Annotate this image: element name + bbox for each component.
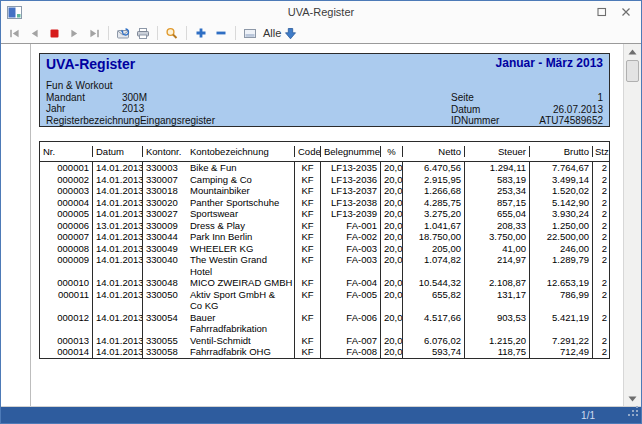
first-page-button[interactable]: [5, 25, 23, 42]
cell-nr: 000007: [40, 231, 93, 243]
header-datum: Datum: [93, 146, 143, 157]
cell-code: KF: [295, 185, 321, 197]
cell-konto: 330055Ventil-Schmidt: [143, 335, 295, 347]
vertical-scrollbar[interactable]: [624, 44, 641, 406]
cell-datum: 14.01.2013: [93, 197, 143, 209]
window-title: UVA-Register: [1, 6, 641, 18]
meta-datum: Datum26.07.2013: [451, 104, 603, 116]
cell-netto: 4.517,66: [403, 312, 465, 335]
cell-kontonr: 330044: [146, 231, 190, 243]
zoom-out-button[interactable]: [212, 25, 230, 42]
close-icon: [621, 7, 631, 17]
cell-prozent: 20,00: [381, 220, 403, 232]
cell-stz: 2: [593, 231, 609, 243]
load-all-pages-button[interactable]: Alle: [261, 25, 299, 42]
cell-netto: 1.041,67: [403, 220, 465, 232]
cell-steuer: 253,34: [465, 185, 530, 197]
scroll-up-button[interactable]: [624, 44, 641, 59]
cell-prozent: 20,00: [381, 254, 403, 277]
table-row: 00000814.01.2013330049WHEELER KGKFFA-003…: [40, 243, 609, 255]
cell-prozent: 20,00: [381, 208, 403, 220]
cell-stz: 2: [593, 174, 609, 186]
last-page-button[interactable]: [85, 25, 103, 42]
cell-prozent: 20,00: [381, 335, 403, 347]
resize-grip[interactable]: [628, 403, 639, 421]
cell-belegnummer: FA-007: [321, 335, 381, 347]
table-row: 00001214.01.2013330054Bauer Fahrradfabri…: [40, 312, 609, 335]
cell-stz: 2: [593, 346, 609, 358]
table-row: 00000613.01.2013330009Dress & PlayKFFA-0…: [40, 220, 609, 232]
scroll-down-icon: [628, 396, 637, 402]
cell-stz: 2: [593, 185, 609, 197]
stop-button[interactable]: [45, 25, 63, 42]
cell-konto: 330027Sportswear: [143, 208, 295, 220]
meta-idnummer: IDNummerATU74589652: [451, 115, 603, 127]
cell-kontonr: 330007: [146, 174, 190, 186]
cell-brutto: 7.291,22: [530, 335, 593, 347]
table-row: 00000514.01.2013330027SportswearKFLF13-2…: [40, 208, 609, 220]
print-button[interactable]: [134, 25, 152, 42]
cell-prozent: 20,00: [381, 289, 403, 312]
cell-brutto: 12.653,19: [530, 277, 593, 289]
cell-nr: 000010: [40, 277, 93, 289]
cell-kontonr: 330048: [146, 277, 190, 289]
cell-netto: 655,82: [403, 289, 465, 312]
cell-konto: 330009Dress & Play: [143, 220, 295, 232]
scrollbar-thumb[interactable]: [626, 60, 639, 82]
zoom-in-button[interactable]: [192, 25, 210, 42]
page-view-icon: [243, 27, 257, 40]
cell-belegnummer: LF13-2039: [321, 208, 381, 220]
cell-code: KF: [295, 289, 321, 312]
send-mail-button[interactable]: [114, 25, 132, 42]
cell-kontonr: 330027: [146, 208, 190, 220]
cell-konto: 330044Park Inn Berlin: [143, 231, 295, 243]
cell-belegnummer: FA-006: [321, 312, 381, 335]
cell-nr: 000002: [40, 174, 93, 186]
zoom-button[interactable]: [163, 25, 181, 42]
next-page-icon: [68, 27, 81, 40]
cell-netto: 6.076,02: [403, 335, 465, 347]
meta-registerbezeichnung: RegisterbezeichnungEingangsregister: [46, 115, 215, 127]
close-button[interactable]: [617, 4, 635, 20]
cell-kontobezeichnung: Bike & Fun: [190, 162, 236, 174]
table-row: 00000714.01.2013330044Park Inn BerlinKFF…: [40, 231, 609, 243]
page-view-button[interactable]: [241, 25, 259, 42]
cell-datum: 14.01.2013: [93, 243, 143, 255]
cell-kontonr: 330040: [146, 254, 190, 266]
cell-code: KF: [295, 243, 321, 255]
titlebar: UVA-Register: [1, 1, 641, 23]
cell-belegnummer: FA-005: [321, 289, 381, 312]
cell-datum: 14.01.2013: [93, 289, 143, 312]
cell-brutto: 1.250,00: [530, 220, 593, 232]
cell-kontonr: 330020: [146, 197, 190, 209]
cell-datum: 14.01.2013: [93, 312, 143, 335]
cell-kontobezeichnung: MICO ZWEIRAD GMBH: [190, 277, 292, 289]
cell-netto: 1.074,82: [403, 254, 465, 277]
next-page-button[interactable]: [65, 25, 83, 42]
cell-konto: 330054Bauer Fahrradfabrikation: [143, 312, 295, 335]
maximize-button[interactable]: [593, 4, 611, 20]
cell-kontobezeichnung: Aktiv Sport GmbH & Co KG: [190, 289, 275, 312]
cell-brutto: 3.930,24: [530, 208, 593, 220]
mail-icon: [116, 27, 130, 40]
cell-nr: 000005: [40, 208, 93, 220]
cell-code: KF: [295, 208, 321, 220]
previous-page-button[interactable]: [25, 25, 43, 42]
cell-brutto: 712,49: [530, 346, 593, 358]
cell-brutto: 7.764,67: [530, 162, 593, 174]
cell-konto: 330058Fahrradfabrik OHG: [143, 346, 295, 358]
uva-register-window: UVA-Register: [0, 0, 642, 424]
cell-prozent: 20,00: [381, 346, 403, 358]
table-filler-row: [40, 358, 609, 359]
cell-kontonr: 330003: [146, 162, 190, 174]
cell-kontobezeichnung: Park Inn Berlin: [190, 231, 252, 243]
cell-kontobezeichnung: Dress & Play: [190, 220, 245, 232]
cell-nr: 000006: [40, 220, 93, 232]
cell-konto: 330050Aktiv Sport GmbH & Co KG: [143, 289, 295, 312]
cell-brutto: 5.421,19: [530, 312, 593, 335]
cell-datum: 14.01.2013: [93, 277, 143, 289]
cell-steuer: 903,53: [465, 312, 530, 335]
company-name: Fun & Workout: [46, 80, 215, 92]
scrollbar-track[interactable]: [624, 59, 641, 391]
cell-datum: 14.01.2013: [93, 231, 143, 243]
